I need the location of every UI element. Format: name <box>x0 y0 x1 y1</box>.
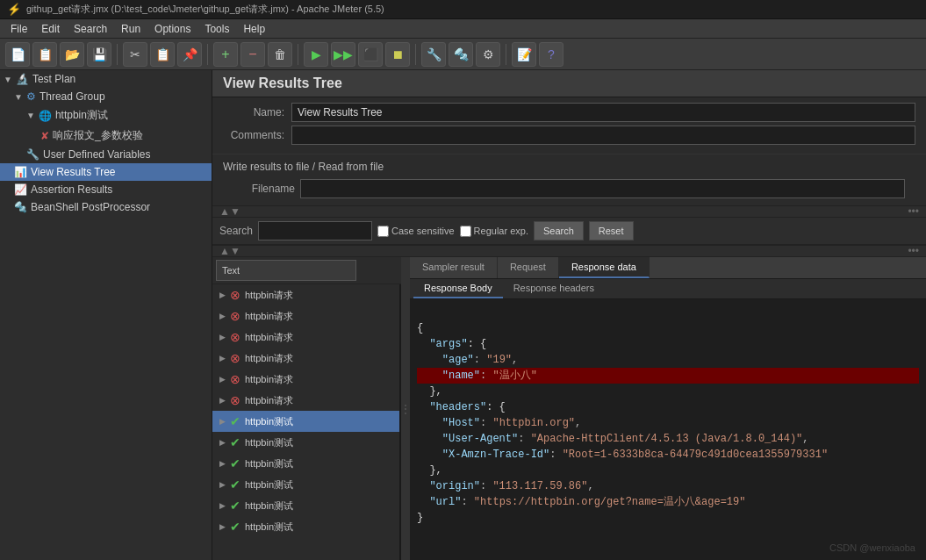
regex-label[interactable]: Regular exp. <box>460 226 528 237</box>
menu-file[interactable]: File <box>4 21 34 37</box>
sidebar-item-threadgroup[interactable]: ▼ ⚙ Thread Group <box>0 88 212 105</box>
comments-input[interactable] <box>291 126 915 145</box>
search-label: Search <box>219 225 253 237</box>
remote-button[interactable]: 🔧 <box>421 42 446 67</box>
add-button[interactable]: + <box>213 42 238 67</box>
result-item[interactable]: ▶ ✔ httpbin测试 <box>212 516 399 537</box>
view-mode-select[interactable]: Text <box>216 260 356 281</box>
cut-button[interactable]: ✂ <box>123 42 147 67</box>
response-line: "args": { <box>417 336 919 352</box>
status-icon-error: ⊗ <box>230 351 240 365</box>
subtab-response-headers[interactable]: Response headers <box>503 279 605 298</box>
start-no-pause-button[interactable]: ▶▶ <box>331 42 355 67</box>
item-arrow: ▶ <box>219 396 226 405</box>
sidebar-item-viewresults[interactable]: 📊 View Results Tree <box>0 163 212 181</box>
menu-run[interactable]: Run <box>114 21 147 37</box>
result-item[interactable]: ▶ ✔ httpbin测试 <box>212 474 399 495</box>
tab-sampler-result[interactable]: Sampler result <box>410 257 498 278</box>
sidebar-item-response[interactable]: ✘ 响应报文_参数校验 <box>0 126 212 146</box>
item-arrow: ▶ <box>219 417 226 426</box>
item-label: httpbin测试 <box>245 521 293 534</box>
item-arrow: ▶ <box>219 438 226 447</box>
detail-panel: Sampler result Request Response data Res… <box>410 257 926 560</box>
reset-button[interactable]: Reset <box>589 221 634 241</box>
result-item[interactable]: ▶ ⊗ httpbin请求 <box>212 390 399 411</box>
sidebar-item-assertionresults[interactable]: 📈 Assertion Results <box>0 181 212 198</box>
copy-button[interactable]: 📋 <box>150 42 175 67</box>
panel-header: View Results Tree <box>212 70 926 97</box>
item-label: httpbin请求 <box>245 310 293 323</box>
item-arrow: ▶ <box>219 333 226 341</box>
shutdown-button[interactable]: ⏹ <box>385 42 410 67</box>
result-item-selected[interactable]: ▶ ✔ httpbin测试 <box>212 411 399 432</box>
start-button[interactable]: ▶ <box>304 42 328 67</box>
viewresults-label: View Results Tree <box>31 166 116 178</box>
httpsampler-icon: 🌐 <box>39 110 52 122</box>
clear-button[interactable]: 🗑 <box>268 42 292 67</box>
menu-tools[interactable]: Tools <box>197 21 236 37</box>
result-item[interactable]: ▶ ⊗ httpbin请求 <box>212 327 399 348</box>
expand-arrow: ▼ <box>4 75 12 84</box>
search-input[interactable] <box>258 221 372 241</box>
status-icon-ok: ✔ <box>230 499 240 513</box>
response-icon: ✘ <box>40 130 49 142</box>
remove-button[interactable]: − <box>240 42 265 67</box>
item-arrow: ▶ <box>219 375 226 384</box>
new-button[interactable]: 📄 <box>5 42 30 67</box>
status-icon-error: ⊗ <box>230 393 240 407</box>
vertical-drag-handle[interactable] <box>401 257 410 560</box>
case-sensitive-label[interactable]: Case sensitive <box>377 226 455 237</box>
tab-request[interactable]: Request <box>498 257 559 278</box>
result-item[interactable]: ▶ ⊗ httpbin请求 <box>212 348 399 369</box>
help-button[interactable]: ? <box>539 42 563 67</box>
assertion-icon: 📈 <box>14 183 27 196</box>
open-button[interactable]: 📂 <box>60 42 84 67</box>
item-label: httpbin测试 <box>245 499 293 513</box>
settings-button[interactable]: ⚙ <box>476 42 500 67</box>
search-bar: Search Case sensitive Regular exp. Searc… <box>212 218 926 245</box>
regex-checkbox[interactable] <box>460 226 471 237</box>
sidebar-item-testplan[interactable]: ▼ 🔬 Test Plan <box>0 70 212 88</box>
sidebar-item-httpsampler[interactable]: ▼ 🌐 httpbin测试 <box>0 105 212 126</box>
status-icon-error: ⊗ <box>230 372 240 386</box>
tab-response-data[interactable]: Response data <box>559 257 650 278</box>
result-item[interactable]: ▶ ⊗ httpbin请求 <box>212 369 399 390</box>
log-button[interactable]: 📝 <box>512 42 536 67</box>
name-input[interactable] <box>291 103 915 122</box>
filename-input[interactable] <box>300 179 905 198</box>
sidebar: ▼ 🔬 Test Plan ▼ ⚙ Thread Group ▼ 🌐 httpb… <box>0 70 212 560</box>
search-button[interactable]: Search <box>534 221 584 241</box>
save-button[interactable]: 💾 <box>87 42 111 67</box>
result-item[interactable]: ▶ ⊗ httpbin请求 <box>212 305 399 327</box>
divider-top: ▲▼ ••• <box>212 205 926 218</box>
sidebar-item-beanshell[interactable]: 🔩 BeanShell PostProcessor <box>0 198 212 216</box>
result-item[interactable]: ▶ ✔ httpbin测试 <box>212 432 399 453</box>
sidebar-item-userdefined[interactable]: 🔧 User Defined Variables <box>0 146 212 163</box>
item-label: httpbin测试 <box>245 478 293 492</box>
beanshell-icon: 🔩 <box>14 201 27 213</box>
response-body: { "args": { "age": "19", "name": "温小八" }… <box>410 299 926 560</box>
menu-edit[interactable]: Edit <box>34 21 67 37</box>
response-line: "headers": { <box>417 399 919 415</box>
viewresults-icon: 📊 <box>14 166 27 178</box>
filename-row: Filename <box>223 176 915 202</box>
menu-search[interactable]: Search <box>67 21 114 37</box>
result-item[interactable]: ▶ ✔ httpbin测试 <box>212 495 399 516</box>
result-item[interactable]: ▶ ⊗ httpbin请求 <box>212 284 399 305</box>
stop-button[interactable]: ⬛ <box>358 42 383 67</box>
case-sensitive-checkbox[interactable] <box>377 226 389 237</box>
subtab-response-body[interactable]: Response Body <box>413 279 503 298</box>
result-item[interactable]: ▶ ✔ httpbin测试 <box>212 453 399 474</box>
paste-button[interactable]: 📌 <box>177 42 202 67</box>
templates-button[interactable]: 📋 <box>32 42 57 67</box>
testplan-icon: 🔬 <box>16 73 29 85</box>
response-line: } <box>417 510 919 526</box>
menu-help[interactable]: Help <box>236 21 272 37</box>
status-icon-ok: ✔ <box>230 456 240 470</box>
response-line: "X-Amzn-Trace-Id": "Root=1-6333b8ca-6447… <box>417 447 919 463</box>
menu-options[interactable]: Options <box>147 21 197 37</box>
regex-text: Regular exp. <box>474 226 528 236</box>
collapse-arrows: ▲▼ <box>219 205 240 218</box>
response-line: "url": "https://httpbin.org/get?name=温小八… <box>417 494 919 510</box>
remote2-button[interactable]: 🔩 <box>449 42 473 67</box>
